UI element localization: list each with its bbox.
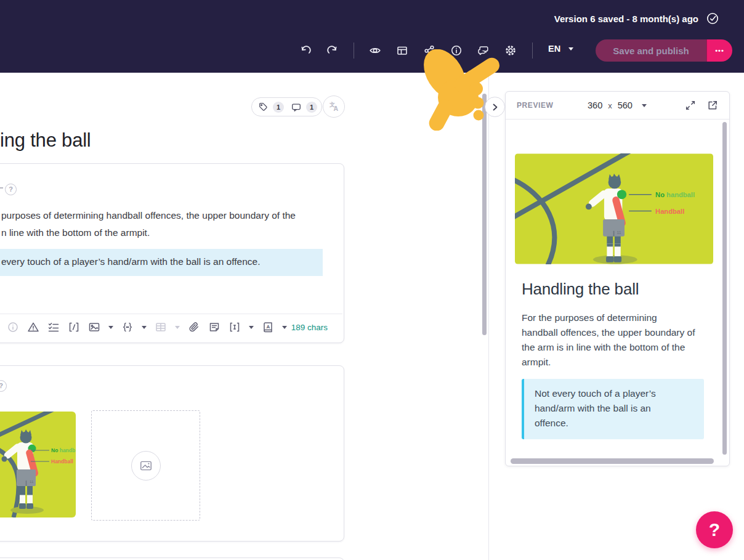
more-actions-button[interactable]: •••	[706, 39, 732, 62]
note-line: hand/arm with the ball is an	[535, 401, 704, 416]
code-block-icon[interactable]	[68, 321, 80, 333]
media-thumbnail[interactable]: 11 No handbal Handball	[0, 412, 76, 517]
tag-count-badge[interactable]: 1	[273, 102, 284, 113]
preview-eye-icon[interactable]	[369, 44, 381, 57]
variable-dropdown-caret[interactable]	[142, 326, 147, 329]
annotation-pill: 1 1	[251, 97, 322, 116]
preview-note-block: Not every touch of a player’s hand/arm w…	[522, 379, 704, 439]
svg-text:Handball: Handball	[51, 458, 73, 465]
translate-button[interactable]: 文 A	[323, 95, 345, 118]
body-line: handball offences, the upper boundary of	[522, 325, 695, 340]
note-line: offence.	[535, 416, 704, 431]
editor-toolbar: A	[7, 321, 287, 333]
toolbar-divider-2	[532, 43, 533, 59]
open-external-icon[interactable]	[706, 99, 719, 112]
variable-braces-icon[interactable]	[121, 321, 134, 333]
size-dropdown-caret	[642, 104, 647, 107]
version-status: Version 6 saved - 8 month(s) ago	[554, 14, 698, 24]
ellipsis-icon: •••	[715, 47, 724, 54]
page-title: ing the ball	[0, 129, 91, 152]
preview-header: PREVIEW 360 x 560	[506, 92, 729, 120]
preview-card-title: Handling the ball	[522, 280, 639, 299]
preview-size-separator: x	[608, 101, 612, 110]
chevron-down-icon	[568, 47, 573, 51]
preview-card-body: For the purposes of determining handball…	[522, 310, 695, 370]
undo-icon[interactable]	[299, 44, 312, 57]
comment-bubble-icon[interactable]	[291, 102, 302, 113]
save-and-publish-button[interactable]: Save and publish	[596, 39, 706, 62]
preview-card-image: 11 No handball Handball	[515, 153, 713, 264]
svg-text:No handbal: No handbal	[51, 447, 76, 453]
save-and-publish-label: Save and publish	[613, 46, 689, 56]
pointing-hand-cursor	[423, 49, 509, 131]
expand-preview-icon[interactable]	[684, 99, 697, 112]
preview-panel: PREVIEW 360 x 560	[505, 91, 730, 466]
text-line: n line with the bottom of the armpit.	[1, 224, 296, 241]
field-label-fragment	[0, 187, 3, 189]
svg-text:11: 11	[617, 230, 621, 235]
preview-size-selector[interactable]: 360 x 560	[588, 100, 647, 110]
body-line: the arm is in line with the bottom of th…	[522, 340, 695, 355]
preview-width-value: 360	[588, 100, 602, 110]
image-insert-icon[interactable]	[88, 321, 100, 333]
panel-divider	[488, 73, 489, 560]
info-block-icon[interactable]	[7, 321, 19, 333]
saved-check-icon	[706, 12, 719, 25]
next-block-card	[0, 558, 344, 560]
highlight-text: every touch of a player’s hand/arm with …	[1, 256, 260, 267]
rich-text-content[interactable]: purposes of determining handball offence…	[1, 207, 296, 241]
char-count: 189 chars	[278, 323, 328, 332]
toolbar-divider	[354, 43, 354, 59]
language-label: EN	[548, 44, 560, 54]
preview-horizontal-scrollbar[interactable]	[511, 458, 714, 464]
placeholder-circle	[131, 451, 161, 481]
layout-icon[interactable]	[396, 44, 408, 57]
body-line: For the purposes of determining	[522, 310, 695, 325]
sticky-note-icon[interactable]	[208, 321, 220, 333]
image-upload-placeholder[interactable]	[91, 410, 200, 521]
image-dropdown-caret[interactable]	[108, 326, 113, 329]
editor-toolbar-divider	[0, 314, 342, 314]
translate-icon: 文 A	[328, 100, 340, 113]
svg-text:A: A	[334, 105, 339, 112]
language-selector[interactable]: EN	[548, 44, 573, 54]
text-variable-brackets-icon[interactable]	[228, 321, 241, 333]
image-placeholder-icon	[139, 459, 153, 473]
help-fab-button[interactable]: ?	[696, 511, 733, 548]
preview-vertical-scrollbar[interactable]	[722, 122, 727, 455]
preview-label: PREVIEW	[517, 101, 554, 110]
table-insert-icon[interactable]	[155, 321, 167, 333]
checklist-icon[interactable]	[47, 321, 60, 333]
text-line: purposes of determining handball offence…	[1, 207, 296, 224]
note-line: Not every touch of a player’s	[535, 386, 704, 401]
svg-text:11: 11	[30, 480, 34, 484]
glossary-book-icon[interactable]: A	[262, 321, 274, 333]
table-dropdown-caret	[175, 326, 180, 329]
warning-block-icon[interactable]	[27, 321, 39, 333]
app-window: Version 6 saved - 8 month(s) ago	[0, 0, 744, 560]
body-line: armpit.	[522, 355, 695, 370]
svg-text:No handball: No handball	[655, 191, 695, 198]
topbar: Version 6 saved - 8 month(s) ago	[0, 0, 744, 73]
preview-height-value: 560	[618, 100, 633, 110]
help-circle-icon[interactable]: ?	[5, 184, 17, 195]
tag-icon[interactable]	[258, 102, 269, 112]
attachment-icon[interactable]	[188, 321, 200, 333]
redo-icon[interactable]	[326, 44, 339, 57]
svg-text:A: A	[267, 324, 270, 330]
comment-count-badge[interactable]: 1	[306, 102, 317, 113]
brackets-dropdown-caret[interactable]	[249, 326, 254, 329]
svg-text:Handball: Handball	[655, 208, 684, 215]
